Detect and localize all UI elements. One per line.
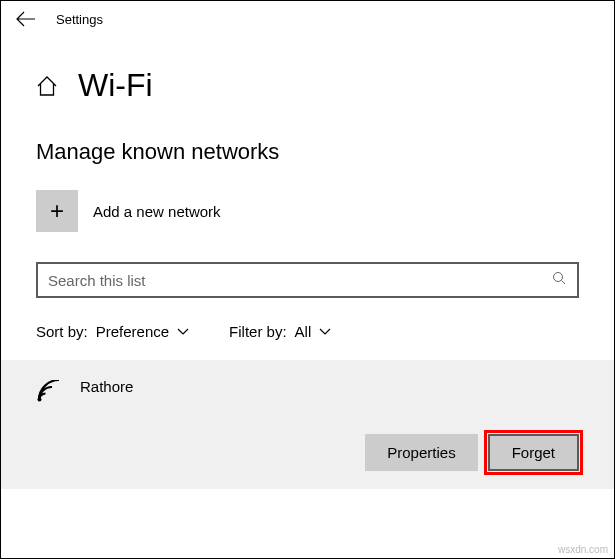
filter-label: Filter by:: [229, 323, 287, 340]
section-title: Manage known networks: [1, 124, 614, 185]
watermark: wsxdn.com: [558, 544, 608, 555]
settings-label: Settings: [56, 12, 103, 27]
network-buttons: Properties Forget: [36, 434, 579, 471]
svg-point-2: [38, 398, 42, 402]
add-network-label: Add a new network: [93, 203, 221, 220]
add-network-button[interactable]: + Add a new network: [1, 185, 614, 252]
arrow-left-icon: [16, 11, 36, 27]
chevron-down-icon: [177, 328, 189, 336]
search-box[interactable]: [36, 262, 579, 298]
header-bar: Settings: [1, 1, 614, 37]
home-icon: [36, 75, 58, 97]
page-title: Wi-Fi: [78, 67, 153, 104]
chevron-down-icon: [319, 328, 331, 336]
network-info: Rathore: [36, 378, 579, 406]
wifi-icon: [36, 380, 62, 406]
sort-value: Preference: [96, 323, 169, 340]
sort-label: Sort by:: [36, 323, 88, 340]
title-row: Wi-Fi: [1, 37, 614, 124]
filter-row: Sort by: Preference Filter by: All: [1, 318, 614, 360]
search-input[interactable]: [48, 272, 552, 289]
sort-by-dropdown[interactable]: Sort by: Preference: [36, 323, 189, 340]
back-button[interactable]: [16, 11, 36, 27]
search-icon: [552, 271, 567, 289]
filter-by-dropdown[interactable]: Filter by: All: [229, 323, 331, 340]
svg-line-1: [562, 281, 566, 285]
network-item[interactable]: Rathore Properties Forget: [1, 360, 614, 489]
forget-button[interactable]: Forget: [488, 434, 579, 471]
plus-icon: +: [36, 190, 78, 232]
properties-button[interactable]: Properties: [365, 434, 477, 471]
filter-value: All: [295, 323, 312, 340]
network-name: Rathore: [80, 378, 133, 395]
home-button[interactable]: [36, 75, 58, 97]
svg-point-0: [554, 273, 563, 282]
